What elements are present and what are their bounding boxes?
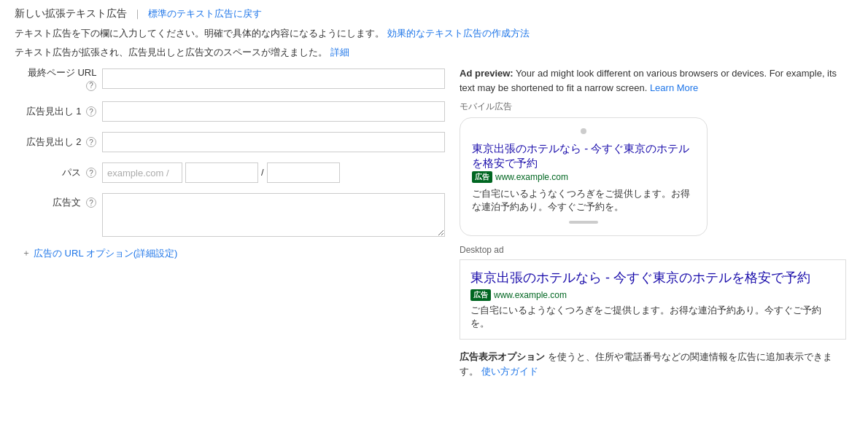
mobile-ad-description: ご自宅にいるようなくつろぎをご提供します。お得な連泊予約あり。今すぐご予約を。 <box>472 187 695 213</box>
final-url-input[interactable] <box>102 68 445 89</box>
desktop-preview-box: 東京出張のホテルなら - 今すぐ東京のホテルを格安で予約 広告 www.exam… <box>460 259 846 340</box>
footer-text: 広告表示オプション を使うと、住所や電話番号などの関連情報を広告に追加表示できま… <box>460 350 846 378</box>
description-row: 広告文 ? <box>15 193 445 237</box>
desktop-ad-badge: 広告 <box>470 289 491 301</box>
standard-ad-link[interactable]: 標準のテキスト広告に戻す <box>148 7 262 20</box>
headline2-help-icon[interactable]: ? <box>86 137 96 147</box>
path-input-2[interactable] <box>267 162 340 183</box>
desktop-section-label: Desktop ad <box>460 245 853 255</box>
form-panel: 最終ページ URL ? 広告見出し 1 ? 広告見出し 2 ? パス <box>15 66 445 378</box>
desktop-ad-title: 東京出張のホテルなら - 今すぐ東京のホテルを格安で予約 <box>470 269 835 286</box>
footer-link[interactable]: 使い方ガイド <box>481 366 538 377</box>
expand-icon: ＋ <box>22 247 31 259</box>
mobile-ad-badge: 広告 <box>472 171 492 183</box>
mobile-ad-url: www.example.com <box>495 172 568 182</box>
url-options-link[interactable]: 広告の URL オプション(詳細設定) <box>34 247 177 260</box>
preview-panel: Ad preview: Your ad might look different… <box>460 66 853 378</box>
mobile-preview-box: 東京出張のホテルなら - 今すぐ東京のホテルを格安で予約 広告 www.exam… <box>460 117 708 236</box>
path-base: example.com / <box>102 162 182 183</box>
description-textarea[interactable] <box>102 193 445 237</box>
subtitle-1: テキスト広告を下の欄に入力してください。明確で具体的な内容になるようにします。 … <box>15 26 853 41</box>
desktop-ad-url: www.example.com <box>494 290 567 300</box>
headline2-label: 広告見出し 2 ? <box>15 136 102 149</box>
mobile-dot <box>581 128 586 134</box>
url-options-row[interactable]: ＋ 広告の URL オプション(詳細設定) <box>22 247 445 260</box>
headline1-input[interactable] <box>102 101 445 122</box>
headline1-label: 広告見出し 1 ? <box>15 105 102 118</box>
desktop-url-row: 広告 www.example.com <box>470 289 835 301</box>
headline1-help-icon[interactable]: ? <box>86 106 96 117</box>
headline2-row: 広告見出し 2 ? <box>15 132 445 152</box>
description-help-icon[interactable]: ? <box>86 197 96 208</box>
final-url-label: 最終ページ URL ? <box>15 66 102 91</box>
learn-more-link[interactable]: Learn More <box>650 82 698 93</box>
mobile-url-row: 広告 www.example.com <box>472 171 695 183</box>
path-row: パス ? example.com / / <box>15 162 445 183</box>
description-label: 広告文 ? <box>15 196 102 209</box>
final-url-help-icon[interactable]: ? <box>86 81 96 91</box>
effective-ad-link[interactable]: 効果的なテキスト広告の作成方法 <box>387 28 530 39</box>
page-header: 新しい拡張テキスト広告 ｜ 標準のテキスト広告に戻す <box>15 7 853 20</box>
headline2-input[interactable] <box>102 132 445 152</box>
divider: ｜ <box>133 7 142 20</box>
mobile-ad-title: 東京出張のホテルなら - 今すぐ東京のホテルを格安で予約 <box>472 141 695 170</box>
path-slash: / <box>261 167 264 178</box>
mobile-section-label: モバイル広告 <box>460 101 853 113</box>
path-inputs: example.com / / <box>102 162 340 183</box>
desktop-ad-description: ご自宅にいるようなくつろぎをご提供します。お得な連泊予約あり。今すぐご予約を。 <box>470 304 835 330</box>
preview-header: Ad preview: Your ad might look different… <box>460 66 853 95</box>
mobile-ad-section: モバイル広告 東京出張のホテルなら - 今すぐ東京のホテルを格安で予約 広告 w… <box>460 101 853 236</box>
footer-bold: 広告表示オプション <box>460 351 545 362</box>
subtitle-2: テキスト広告が拡張され、広告見出しと広告文のスペースが増えました。 詳細 <box>15 45 853 60</box>
path-help-icon[interactable]: ? <box>86 168 96 178</box>
detail-link[interactable]: 詳細 <box>330 47 349 58</box>
main-layout: 最終ページ URL ? 広告見出し 1 ? 広告見出し 2 ? パス <box>15 66 853 378</box>
final-url-row: 最終ページ URL ? <box>15 66 445 91</box>
preview-header-bold: Ad preview: <box>460 68 514 79</box>
headline1-row: 広告見出し 1 ? <box>15 101 445 122</box>
page-title: 新しい拡張テキスト広告 <box>15 7 127 20</box>
preview-header-text: Your ad might look different on various … <box>460 68 837 93</box>
desktop-ad-section: Desktop ad 東京出張のホテルなら - 今すぐ東京のホテルを格安で予約 … <box>460 245 853 340</box>
path-input-1[interactable] <box>185 162 258 183</box>
path-label: パス ? <box>15 166 102 179</box>
mobile-home-indicator <box>569 221 598 224</box>
